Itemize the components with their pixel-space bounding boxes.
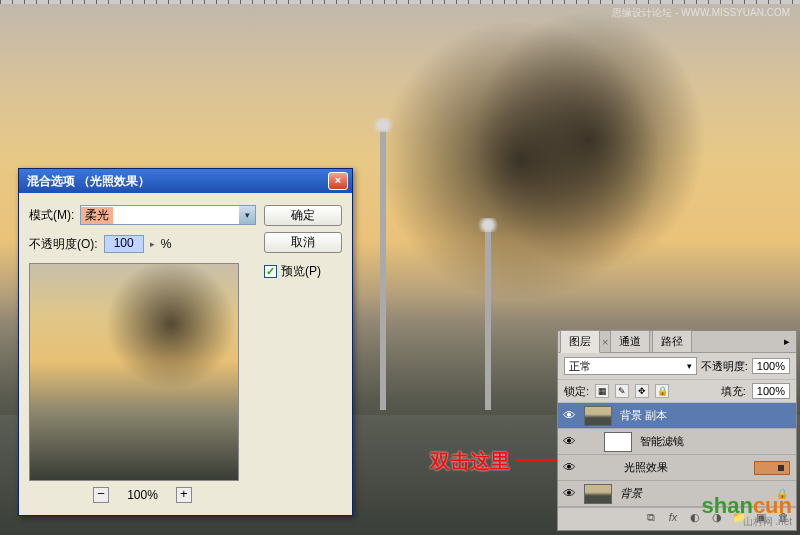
fill-value[interactable]: 100% bbox=[752, 383, 790, 399]
chevron-down-icon[interactable]: ▾ bbox=[239, 206, 255, 224]
dialog-title: 混合选项 （光照效果） bbox=[27, 173, 328, 190]
filter-blend-icon[interactable] bbox=[754, 461, 790, 475]
lock-label: 锁定: bbox=[564, 384, 589, 399]
tab-channels[interactable]: 通道 bbox=[610, 330, 650, 353]
zoom-in-button[interactable]: + bbox=[176, 487, 192, 503]
tab-paths[interactable]: 路径 bbox=[652, 330, 692, 353]
ok-button[interactable]: 确定 bbox=[264, 205, 342, 226]
preview-checkbox[interactable]: ✓ bbox=[264, 265, 277, 278]
link-layers-icon[interactable]: ⧉ bbox=[642, 511, 660, 527]
dialog-titlebar[interactable]: 混合选项 （光照效果） × bbox=[19, 169, 352, 193]
mode-select[interactable]: 柔光 ▾ bbox=[80, 205, 256, 225]
filter-mask-thumbnail[interactable] bbox=[604, 432, 632, 452]
zoom-level: 100% bbox=[127, 488, 158, 502]
street-lamp bbox=[380, 130, 386, 410]
annotation-text: 双击这里 bbox=[430, 448, 510, 475]
eye-icon[interactable]: 👁 bbox=[558, 408, 580, 423]
eye-icon[interactable]: 👁 bbox=[558, 434, 580, 449]
fill-label: 填充: bbox=[721, 384, 746, 399]
layer-item-smart-filters[interactable]: 👁 智能滤镜 bbox=[558, 429, 796, 455]
opacity-spinner-icon[interactable]: ▸ bbox=[150, 239, 155, 249]
close-icon[interactable]: × bbox=[328, 172, 348, 190]
lock-pixels-icon[interactable]: ✎ bbox=[615, 384, 629, 398]
chevron-down-icon: ▾ bbox=[687, 361, 692, 371]
watermark-bottom: shancun 山村网 .net bbox=[702, 493, 792, 529]
tab-close-icon[interactable]: × bbox=[602, 336, 608, 348]
opacity-label: 不透明度(O): bbox=[29, 236, 98, 253]
lock-all-icon[interactable]: 🔒 bbox=[655, 384, 669, 398]
cancel-button[interactable]: 取消 bbox=[264, 232, 342, 253]
zoom-out-button[interactable]: − bbox=[93, 487, 109, 503]
preview-content bbox=[70, 264, 238, 414]
eye-icon[interactable]: 👁 bbox=[558, 486, 580, 501]
watermark-top: 思缘设计论坛 - WWW.MISSYUAN.COM bbox=[612, 6, 790, 20]
layer-item-lighting-effect[interactable]: 👁 光照效果 bbox=[558, 455, 796, 481]
layer-thumbnail[interactable] bbox=[584, 406, 612, 426]
layer-list: 👁 背景 副本 👁 智能滤镜 👁 光照效果 👁 背景 🔒 bbox=[558, 403, 796, 507]
lock-position-icon[interactable]: ✥ bbox=[635, 384, 649, 398]
panel-opacity-value[interactable]: 100% bbox=[752, 358, 790, 374]
blend-mode-select[interactable]: 正常 ▾ bbox=[564, 357, 697, 375]
mode-value: 柔光 bbox=[81, 207, 113, 224]
opacity-suffix: % bbox=[161, 237, 172, 251]
preview-thumbnail[interactable] bbox=[29, 263, 239, 481]
fx-icon[interactable]: fx bbox=[664, 511, 682, 527]
blending-options-dialog: 混合选项 （光照效果） × 模式(M): 柔光 ▾ 不透明度(O): 100 ▸… bbox=[18, 168, 353, 516]
layer-item-background-copy[interactable]: 👁 背景 副本 bbox=[558, 403, 796, 429]
tab-layers[interactable]: 图层 bbox=[560, 330, 600, 353]
opacity-input[interactable]: 100 bbox=[104, 235, 144, 253]
eye-icon[interactable]: 👁 bbox=[558, 460, 580, 475]
layer-thumbnail[interactable] bbox=[584, 484, 612, 504]
mode-label: 模式(M): bbox=[29, 207, 74, 224]
lock-transparency-icon[interactable]: ▦ bbox=[595, 384, 609, 398]
preview-checkbox-label: 预览(P) bbox=[281, 263, 321, 280]
street-lamp bbox=[485, 230, 491, 410]
panel-menu-icon[interactable]: ▸ bbox=[780, 335, 794, 348]
panel-opacity-label: 不透明度: bbox=[701, 359, 748, 374]
